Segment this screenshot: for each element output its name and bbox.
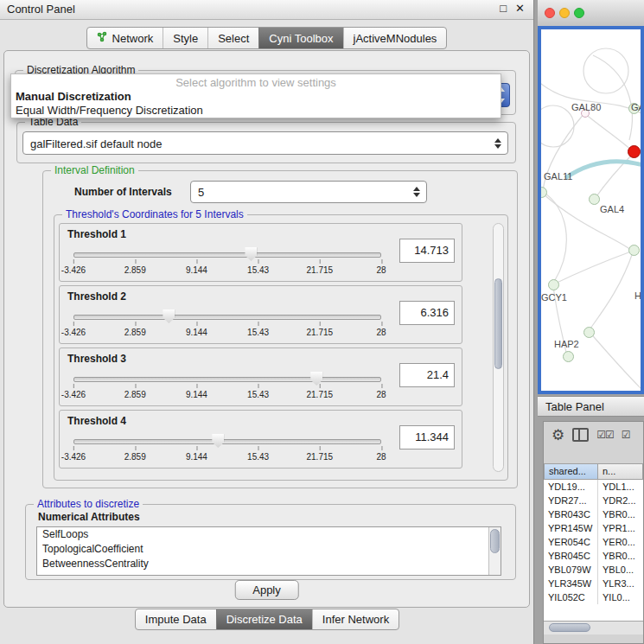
table-row[interactable]: YBL079WYBL0... — [544, 563, 643, 577]
table-data-combobox[interactable]: galFiltered.sif default node — [22, 131, 508, 155]
combobox-stepper-icon[interactable] — [413, 187, 420, 197]
cell[interactable]: YPR145W — [544, 521, 598, 535]
table-row[interactable]: YLR345WYLR3... — [544, 577, 643, 590]
option-manual-discretization[interactable]: Manual Discretization — [11, 90, 501, 104]
cell[interactable]: YLR3... — [598, 577, 643, 590]
table-row[interactable]: YDL19...YDL1... — [544, 480, 643, 494]
tick-label: 21.715 — [307, 452, 334, 462]
slider-thumb[interactable] — [163, 309, 175, 323]
table-row[interactable]: YBR045CYBR0... — [544, 549, 643, 563]
tab-select[interactable]: Select — [207, 28, 258, 48]
column-header-name[interactable]: n... — [598, 463, 643, 480]
threshold-slider[interactable]: -3.426 2.859 9.144 15.43 21.715 28 — [73, 433, 381, 464]
list-item[interactable]: TopologicalCoefficient — [37, 542, 501, 557]
table-row[interactable]: YDR27...YDR2... — [544, 494, 643, 507]
minimize-traffic-light-icon[interactable] — [559, 8, 570, 18]
slider-thumb[interactable] — [310, 372, 322, 386]
tick-label: 9.144 — [186, 390, 207, 399]
cell[interactable]: YDR27... — [544, 494, 598, 507]
threshold-slider[interactable]: -3.426 2.859 9.144 15.43 21.715 28 — [73, 309, 381, 340]
tab-discretize-data[interactable]: Discretize Data — [216, 609, 312, 629]
highlighted-edge[interactable] — [565, 162, 641, 178]
float-window-icon[interactable]: □ — [500, 2, 507, 15]
cell[interactable]: YBR0... — [598, 549, 643, 563]
apply-button[interactable]: Apply — [234, 580, 299, 600]
zoom-traffic-light-icon[interactable] — [574, 8, 584, 18]
cell[interactable]: YBR045C — [544, 549, 598, 563]
cell[interactable]: YDL19... — [544, 480, 598, 494]
cell[interactable]: YBR043C — [544, 507, 598, 521]
slider-tick-labels: -3.426 2.859 9.144 15.43 21.715 28 — [73, 390, 381, 400]
close-traffic-light-icon[interactable] — [545, 8, 555, 18]
threshold-value-input[interactable]: 21.4 — [399, 363, 455, 387]
gear-icon[interactable]: ⚙ — [552, 428, 564, 443]
threshold-value-input[interactable]: 14.713 — [399, 239, 455, 263]
checkbox-icon[interactable]: ☑ — [622, 430, 630, 440]
combobox-stepper-icon[interactable] — [494, 138, 501, 149]
list-scrollbar[interactable] — [488, 527, 501, 575]
table-row[interactable]: YER054CYER0... — [544, 535, 643, 549]
slider-thumb[interactable] — [212, 434, 224, 448]
option-equal-width-frequency[interactable]: Equal Width/Frequency Discretization — [11, 104, 501, 118]
list-item[interactable]: BetweennessCentrality — [37, 557, 501, 571]
cell[interactable]: YPR1... — [598, 521, 643, 535]
cell[interactable]: YDL1... — [598, 480, 643, 494]
tab-label: Select — [218, 32, 249, 45]
table-panel-header: Table Panel — [538, 396, 644, 417]
scrollbar-thumb[interactable] — [549, 623, 590, 632]
column-header-shared-name[interactable]: shared... — [544, 463, 598, 480]
thresholds-scrollbar[interactable] — [493, 223, 504, 472]
cell[interactable]: YBL079W — [544, 563, 598, 577]
slider-track[interactable] — [73, 315, 381, 320]
network-node[interactable] — [589, 194, 600, 205]
table-data-group: Table Data galFiltered.sif default node — [16, 122, 516, 163]
slider-thumb[interactable] — [245, 247, 257, 261]
network-canvas[interactable]: GAL80 GA GAL11 GAL4 GCY1 H HAP2 — [538, 26, 644, 394]
slider-track[interactable] — [73, 252, 381, 258]
list-item[interactable]: SelfLoops — [37, 527, 501, 542]
tab-network[interactable]: Network — [87, 28, 163, 48]
node-label: GA — [631, 102, 644, 112]
checkbox-icons[interactable]: ☑☑ — [596, 430, 614, 440]
horizontal-scrollbar[interactable] — [544, 621, 643, 634]
threshold-value-input[interactable]: 6.316 — [399, 301, 455, 325]
cell[interactable]: YLR345W — [544, 577, 598, 590]
numerical-attributes-list[interactable]: SelfLoops TopologicalCoefficient Between… — [36, 526, 501, 576]
tab-infer-network[interactable]: Infer Network — [312, 609, 399, 629]
close-window-icon[interactable]: ✕ — [515, 2, 525, 15]
cell[interactable]: YIL052C — [544, 590, 598, 604]
tick-label: 9.144 — [186, 452, 207, 462]
scrollbar-thumb[interactable] — [490, 529, 500, 553]
tab-impute-data[interactable]: Impute Data — [136, 609, 216, 629]
network-node[interactable] — [548, 279, 559, 290]
slider-track[interactable] — [73, 439, 381, 444]
tab-style[interactable]: Style — [163, 28, 207, 48]
selected-network-node[interactable] — [628, 145, 641, 158]
slider-track[interactable] — [73, 377, 381, 382]
network-node[interactable] — [563, 351, 574, 362]
threshold-slider[interactable]: -3.426 2.859 9.144 15.43 21.715 28 — [73, 371, 381, 402]
network-node[interactable] — [628, 245, 640, 256]
number-of-intervals-combobox[interactable]: 5 — [190, 181, 427, 203]
scrollbar-thumb[interactable] — [494, 278, 502, 369]
threshold-slider[interactable]: -3.426 2.859 9.144 15.43 21.715 28 — [73, 246, 381, 277]
table-row[interactable]: YBR043CYBR0... — [544, 507, 643, 521]
cell[interactable]: YER0... — [598, 535, 643, 549]
tick-label: 28 — [376, 265, 386, 275]
table-row[interactable]: YIL052CYIL0... — [544, 590, 643, 604]
screen: Control Panel □ ✕ — [0, 0, 644, 644]
threshold-value-input[interactable]: 11.344 — [399, 425, 455, 450]
cell[interactable]: YER054C — [544, 535, 598, 549]
tab-cyni-toolbox[interactable]: Cyni Toolbox — [258, 28, 342, 48]
cell[interactable]: YBR0... — [598, 507, 643, 521]
cell[interactable]: YBL0... — [598, 563, 643, 577]
cell[interactable]: YIL0... — [598, 590, 643, 604]
table-row[interactable]: YPR145WYPR1... — [544, 521, 643, 535]
threshold-list: Threshold 1 -3.426 2.859 9.144 15.43 21.… — [59, 223, 462, 472]
cell[interactable]: YDR2... — [598, 494, 643, 507]
tick-label: 15.43 — [247, 265, 269, 275]
tab-jactivemnodules[interactable]: jActiveMNodules — [343, 28, 447, 48]
columns-icon[interactable] — [572, 428, 589, 442]
threshold-label: Threshold 2 — [67, 290, 126, 303]
network-node[interactable] — [583, 327, 595, 338]
